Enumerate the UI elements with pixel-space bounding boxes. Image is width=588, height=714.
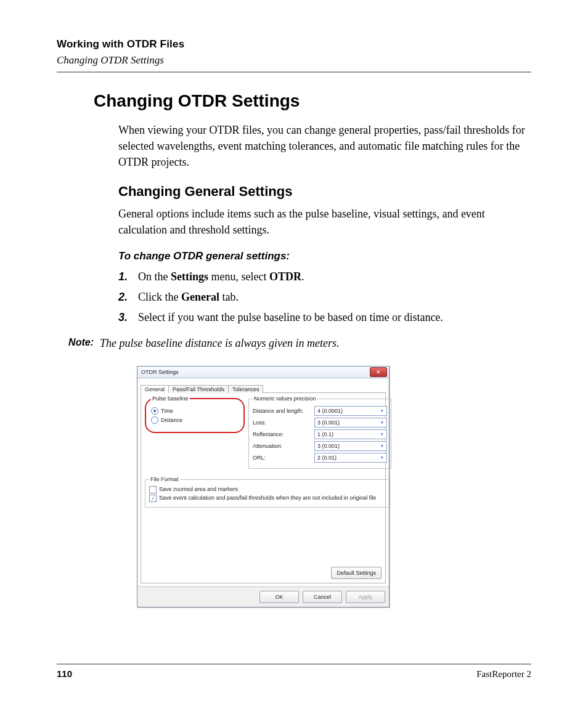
header-rule	[57, 71, 531, 73]
general-paragraph: General options include items such as th…	[94, 206, 531, 238]
step-1: 1. On the Settings menu, select OTDR.	[94, 269, 531, 285]
step-strong: General	[181, 291, 219, 303]
chevron-down-icon: ▾	[379, 455, 385, 461]
combo-value: 1 (0.1)	[317, 431, 333, 437]
radio-label: Distance	[161, 417, 182, 423]
radio-distance[interactable]: Distance	[151, 416, 239, 424]
step-text: On the	[138, 270, 171, 283]
product-name: FastReporter 2	[476, 669, 531, 680]
checkbox-icon: ✓	[149, 495, 157, 502]
default-settings-button[interactable]: Default Settings	[331, 567, 382, 579]
checkbox-icon	[149, 486, 157, 493]
distance-length-label: Distance and length:	[253, 408, 314, 414]
tab-general[interactable]: General	[141, 385, 169, 393]
radio-icon	[151, 416, 158, 424]
combo-value: 3 (0.001)	[317, 443, 340, 449]
step-text: menu, select	[208, 270, 269, 283]
orl-label: ORL:	[253, 455, 314, 461]
step-text: Select if you want the pulse baseline to…	[138, 311, 443, 323]
step-text: tab.	[219, 291, 239, 303]
numeric-precision-group: Numeric values precision Distance and le…	[248, 396, 391, 469]
combo-value: 4 (0.0001)	[317, 408, 343, 414]
step-text: Click the	[138, 291, 181, 303]
step-text: .	[301, 270, 304, 283]
otdr-settings-dialog: OTDR Settings ✕ General Pass/Fail Thresh…	[137, 366, 390, 607]
checkbox-label: Save zoomed area and markers	[159, 486, 238, 493]
pulse-baseline-legend: Pulse baseline	[151, 396, 190, 402]
numeric-precision-legend: Numeric values precision	[253, 396, 317, 402]
radio-time[interactable]: Time	[151, 407, 239, 415]
tab-passfail-thresholds[interactable]: Pass/Fail Thresholds	[168, 385, 229, 393]
page-footer: 110 FastReporter 2	[57, 663, 531, 680]
step-strong: Settings	[171, 270, 208, 283]
file-format-group: File Format Save zoomed area and markers…	[145, 476, 390, 508]
dialog-titlebar[interactable]: OTDR Settings ✕	[137, 367, 389, 378]
distance-length-combo[interactable]: 4 (0.0001)▾	[314, 406, 387, 416]
attenuation-label: Attenuation:	[253, 443, 314, 449]
chevron-down-icon: ▾	[379, 408, 385, 414]
running-head-section: Changing OTDR Settings	[57, 54, 531, 67]
footer-rule	[57, 663, 531, 665]
pulse-baseline-group: Pulse baseline Time Distance	[145, 396, 245, 433]
chevron-down-icon: ▾	[379, 420, 385, 426]
note-label: Note:	[57, 337, 94, 350]
chevron-down-icon: ▾	[379, 431, 385, 437]
reflectance-combo[interactable]: 1 (0.1)▾	[314, 429, 387, 439]
procedure-title: To change OTDR general settings:	[94, 250, 531, 262]
checkbox-save-thresholds[interactable]: ✓ Save event calculation and pass/fail t…	[149, 495, 386, 502]
cancel-button[interactable]: Cancel	[303, 591, 342, 603]
subheading-general: Changing General Settings	[94, 184, 531, 200]
procedure-steps: 1. On the Settings menu, select OTDR. 2.…	[94, 269, 531, 326]
step-number: 2.	[118, 289, 128, 306]
dialog-tabs: General Pass/Fail Thresholds Tolerances	[141, 381, 386, 393]
apply-button[interactable]: Apply	[346, 591, 385, 603]
step-3: 3. Select if you want the pulse baseline…	[94, 309, 531, 326]
radio-icon	[151, 407, 158, 415]
reflectance-label: Reflectance:	[253, 431, 314, 437]
tab-tolerances[interactable]: Tolerances	[228, 385, 264, 393]
step-2: 2. Click the General tab.	[94, 289, 531, 306]
attenuation-combo[interactable]: 3 (0.001)▾	[314, 441, 387, 451]
page-number: 110	[57, 668, 72, 679]
page-title: Changing OTDR Settings	[94, 91, 531, 111]
radio-label: Time	[161, 408, 173, 414]
note: Note: The pulse baseline distance is alw…	[57, 337, 531, 350]
intro-paragraph: When viewing your OTDR files, you can ch…	[94, 122, 531, 170]
ok-button[interactable]: OK	[259, 591, 299, 603]
step-strong: OTDR	[269, 270, 301, 283]
checkbox-save-zoom[interactable]: Save zoomed area and markers	[149, 486, 386, 493]
loss-combo[interactable]: 3 (0.001)▾	[314, 418, 387, 428]
step-number: 1.	[118, 269, 128, 285]
orl-combo[interactable]: 2 (0.01)▾	[314, 453, 387, 463]
running-head-chapter: Working with OTDR Files	[57, 38, 531, 51]
combo-value: 3 (0.001)	[317, 420, 340, 426]
file-format-legend: File Format	[149, 476, 180, 482]
dialog-title: OTDR Settings	[141, 369, 179, 375]
close-icon[interactable]: ✕	[370, 367, 387, 377]
checkbox-label: Save event calculation and pass/fail thr…	[159, 495, 376, 501]
note-text: The pulse baseline distance is always gi…	[100, 337, 339, 350]
combo-value: 2 (0.01)	[317, 455, 337, 461]
chevron-down-icon: ▾	[379, 443, 385, 449]
loss-label: Loss:	[253, 420, 314, 426]
step-number: 3.	[118, 309, 128, 326]
